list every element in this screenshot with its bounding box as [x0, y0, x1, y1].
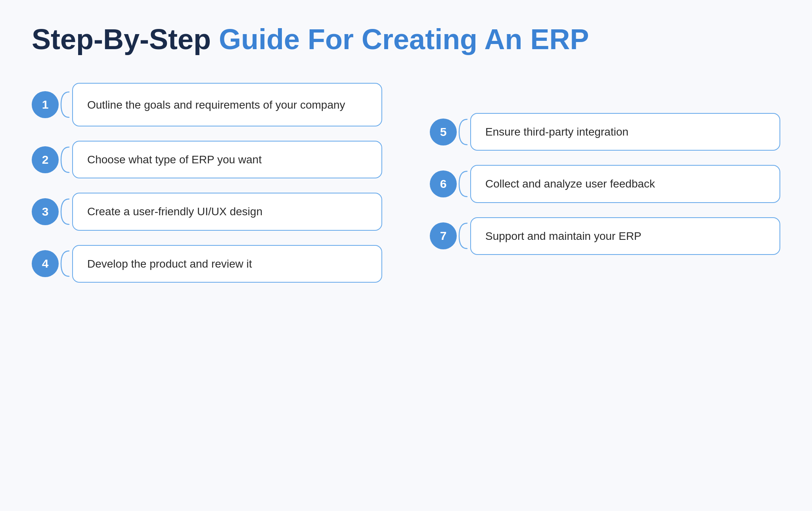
step-bracket-icon — [456, 220, 470, 252]
step-row: 3 Create a user-friendly UI/UX design — [32, 193, 382, 230]
step-number: 5 — [430, 119, 457, 145]
step-row: 5 Ensure third-party integration — [430, 113, 780, 151]
step-text: Develop the product and review it — [72, 245, 382, 283]
step-text: Collect and analyze user feedback — [470, 165, 780, 203]
step-number: 4 — [32, 250, 59, 277]
step-row: 6 Collect and analyze user feedback — [430, 165, 780, 203]
step-row: 2 Choose what type of ERP you want — [32, 141, 382, 178]
step-bracket-icon — [58, 89, 72, 121]
step-number: 7 — [430, 222, 457, 249]
step-text: Outline the goals and requirements of yo… — [72, 83, 382, 126]
step-row: 1 Outline the goals and requirements of … — [32, 83, 382, 126]
step-bracket-icon — [58, 248, 72, 279]
step-text: Ensure third-party integration — [470, 113, 780, 151]
left-column: 1 Outline the goals and requirements of … — [32, 83, 382, 487]
step-number: 6 — [430, 170, 457, 197]
step-text: Support and maintain your ERP — [470, 217, 780, 255]
step-bracket-icon — [58, 144, 72, 176]
content-grid: 1 Outline the goals and requirements of … — [32, 83, 780, 487]
step-text: Choose what type of ERP you want — [72, 141, 382, 178]
step-text: Create a user-friendly UI/UX design — [72, 193, 382, 230]
title-part1: Step-By-Step — [32, 23, 211, 55]
step-row: 4 Develop the product and review it — [32, 245, 382, 283]
step-bracket-icon — [456, 116, 470, 148]
step-row: 7 Support and maintain your ERP — [430, 217, 780, 255]
right-column: 5 Ensure third-party integration6 Collec… — [430, 83, 780, 487]
step-bracket-icon — [58, 196, 72, 228]
page-title: Step-By-Step Guide For Creating An ERP — [32, 24, 780, 55]
step-number: 1 — [32, 91, 59, 118]
title-part2: Guide For Creating An ERP — [211, 23, 589, 55]
step-bracket-icon — [456, 168, 470, 200]
step-number: 3 — [32, 198, 59, 225]
step-number: 2 — [32, 146, 59, 173]
